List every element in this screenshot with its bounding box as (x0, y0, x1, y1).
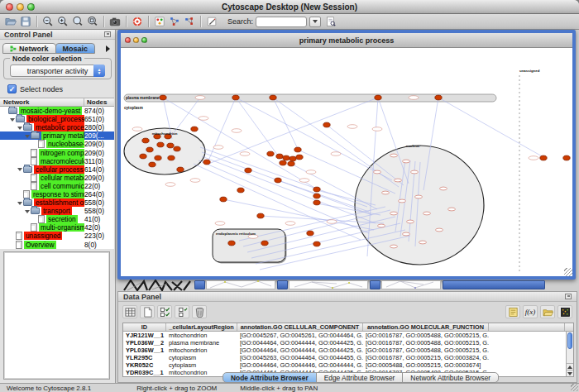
background-window-titlebar[interactable] (443, 280, 545, 289)
float-panel-icon[interactable] (104, 31, 111, 37)
nucleus-node[interactable] (403, 232, 410, 236)
tree-row[interactable]: unassigned223(0) (0, 232, 114, 240)
help-icon[interactable] (130, 15, 145, 28)
table-scrollbar[interactable] (566, 332, 573, 376)
nucleus-node[interactable] (374, 170, 381, 174)
nucleus-node[interactable] (378, 224, 385, 227)
open-icon[interactable] (3, 15, 18, 28)
node[interactable] (140, 154, 146, 159)
node[interactable] (237, 188, 244, 193)
tree-row[interactable]: establishment of lo558(0) (0, 198, 114, 207)
unselect-attributes-icon[interactable] (175, 305, 189, 318)
node[interactable] (435, 95, 442, 100)
table-row[interactable]: YJR121W__1mitochondrion[GO:0045267, GO:0… (123, 332, 573, 339)
node[interactable] (174, 146, 180, 151)
nucleus-node[interactable] (411, 170, 419, 174)
zoom-in-icon[interactable] (55, 15, 70, 28)
layout-organic-icon[interactable] (182, 15, 197, 28)
node[interactable] (313, 241, 320, 246)
search-input[interactable] (256, 17, 307, 27)
tree-row[interactable]: Overview8(0) (0, 241, 114, 249)
nucleus-node[interactable] (390, 154, 398, 157)
tree-row[interactable]: multi-organism pro42(0) (0, 223, 114, 232)
nucleus-node[interactable] (423, 212, 431, 215)
node-color-dropdown[interactable]: transporter activity ▲▼ (10, 65, 105, 77)
node[interactable] (294, 147, 301, 152)
tab-mosaic[interactable]: Mosaic (55, 43, 96, 54)
node[interactable] (323, 122, 330, 127)
float-panel-icon[interactable] (565, 294, 572, 299)
frame-resize-grip[interactable] (564, 268, 572, 276)
node[interactable] (177, 167, 184, 172)
tree-row[interactable]: secretion41(0) (0, 215, 114, 223)
node[interactable] (232, 95, 239, 100)
table-row[interactable]: YKR052Ccytoplasm[GO:0044464, GO:0044446,… (123, 361, 573, 369)
tree-row[interactable]: response to stimulu264(0) (0, 190, 114, 198)
node[interactable] (142, 138, 149, 143)
tree-row[interactable]: transport558(0) (0, 207, 114, 215)
node[interactable] (275, 178, 281, 183)
background-window-titlebar[interactable] (277, 280, 288, 289)
tree-row[interactable]: primary metabo209(... (0, 131, 114, 140)
nucleus-node[interactable] (407, 220, 414, 223)
scrollbar-thumb[interactable] (567, 332, 572, 349)
disclosure-triangle-icon[interactable] (25, 210, 30, 216)
scroll-down-button[interactable] (567, 370, 573, 376)
column-header[interactable]: annotation.GO CELLULAR_COMPONENT (237, 323, 363, 331)
node[interactable] (257, 213, 264, 218)
node[interactable] (155, 155, 161, 160)
node[interactable] (168, 155, 175, 160)
node[interactable] (191, 127, 198, 131)
node[interactable] (296, 155, 303, 160)
search-dropdown-button[interactable] (309, 17, 321, 27)
node[interactable] (313, 187, 320, 192)
nucleus-node[interactable] (395, 179, 402, 182)
node[interactable] (563, 155, 570, 160)
column-header[interactable]: ID (123, 323, 166, 331)
select-nodes-checkbox[interactable]: ✓ (7, 84, 17, 93)
tree-column-nodes[interactable]: Nodes (84, 98, 114, 106)
birds-eye-view[interactable] (3, 251, 110, 380)
layout-spring-icon[interactable] (167, 15, 182, 28)
nucleus-node[interactable] (415, 195, 423, 198)
new-attribute-icon[interactable] (140, 305, 155, 318)
nucleus-node[interactable] (382, 191, 390, 194)
column-header[interactable] (489, 323, 565, 331)
background-window-titlebar[interactable] (370, 280, 380, 289)
tree-row[interactable]: macromolecule311(0) (0, 157, 114, 165)
node[interactable] (245, 168, 251, 173)
network-canvas[interactable]: plasma membranecytoplasmmitochondrionnuc… (121, 48, 572, 275)
tab-overflow-button[interactable] (103, 44, 112, 54)
nucleus-node[interactable] (390, 212, 398, 215)
tree-row[interactable]: nucleobase-209(0) (0, 140, 114, 148)
column-header[interactable]: annotation.GO MOLECULAR_FUNCTION (363, 323, 489, 331)
node[interactable] (228, 241, 235, 246)
nucleus-node[interactable] (448, 208, 456, 211)
tree-column-network[interactable]: Network (0, 98, 84, 106)
node[interactable] (270, 95, 276, 100)
select-attributes-icon[interactable] (157, 305, 172, 318)
nucleus-node[interactable] (419, 241, 427, 244)
attribute-table-icon[interactable] (122, 305, 137, 318)
node[interactable] (146, 147, 153, 152)
disclosure-triangle-icon[interactable] (17, 127, 22, 132)
node[interactable] (288, 161, 294, 166)
node[interactable] (261, 241, 268, 246)
vizmapper-icon[interactable] (152, 15, 167, 28)
nucleus-node[interactable] (440, 187, 447, 190)
save-icon[interactable] (18, 15, 33, 28)
nucleus-node[interactable] (390, 245, 398, 248)
node[interactable] (276, 154, 283, 159)
disclosure-triangle-icon[interactable] (17, 202, 22, 208)
node[interactable] (375, 95, 381, 100)
tree-row[interactable]: metabolic process280(0) (0, 123, 114, 131)
network-view-titlebar[interactable]: primary metabolic process (121, 33, 572, 48)
tree-row[interactable]: cell communicat22(0) (0, 182, 114, 190)
nucleus-node[interactable] (399, 199, 406, 203)
node[interactable] (540, 155, 547, 160)
attribute-matrix-icon[interactable] (557, 305, 572, 318)
tree-row[interactable]: cellular process614(0) (0, 165, 114, 174)
tree-row[interactable]: nitrogen compo209(0) (0, 148, 114, 156)
node[interactable] (160, 95, 166, 100)
node[interactable] (313, 200, 320, 205)
